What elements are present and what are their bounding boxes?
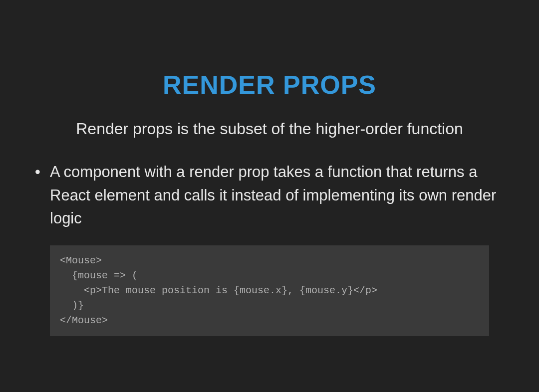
presentation-slide: RENDER PROPS Render props is the subset … bbox=[0, 0, 539, 392]
slide-subtitle: Render props is the subset of the higher… bbox=[0, 120, 539, 138]
bullet-list: A component with a render prop takes a f… bbox=[0, 161, 539, 230]
slide-title: RENDER PROPS bbox=[0, 70, 539, 100]
code-block: <Mouse> {mouse => ( <p>The mouse positio… bbox=[50, 245, 489, 336]
bullet-item: A component with a render prop takes a f… bbox=[30, 161, 509, 230]
